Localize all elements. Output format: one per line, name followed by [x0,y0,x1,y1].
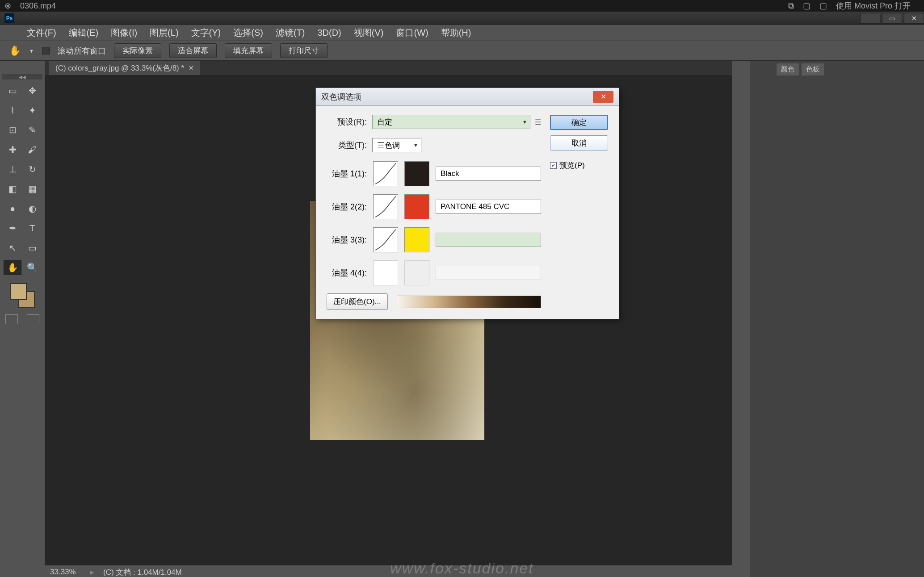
ink-color-swatch [404,260,429,285]
standard-mode-icon[interactable] [5,314,18,324]
tool-palette: ◀◀ ▭✥ ⌇✦ ⊡✎ ✚🖌 ⊥↻ ◧▦ ●◐ ✒T ↖▭ ✋🔍 [0,61,45,577]
marquee-tool[interactable]: ▭ [4,83,21,98]
gradient-preview [397,296,541,308]
cancel-button[interactable]: 取消 [550,135,608,151]
maximize-button[interactable]: ▭ [882,13,902,24]
actual-pixels-button[interactable]: 实际像素 [114,43,161,58]
menu-edit[interactable]: 编辑(E) [69,27,99,39]
gradient-tool[interactable]: ▦ [23,181,41,197]
ink-color-swatch[interactable] [404,227,429,252]
ink-curve-box [373,260,398,285]
dialog-title-label: 双色调选项 [321,92,361,102]
quick-select-tool[interactable]: ✦ [23,103,41,118]
ink-curve-box[interactable] [373,161,398,186]
zoom-field[interactable]: 33.33% [50,568,81,577]
crop-tool[interactable]: ⊡ [4,122,21,138]
shape-tool[interactable]: ▭ [23,240,41,255]
menu-help[interactable]: 帮助(H) [441,27,471,39]
close-button[interactable]: ✕ [904,13,924,24]
win-icon-3[interactable]: ▢ [819,1,827,11]
scroll-all-label: 滚动所有窗口 [58,46,106,56]
doc-info[interactable]: (C) 文档 : 1.04M/1.04M [103,567,182,577]
print-size-button[interactable]: 打印尺寸 [280,43,328,58]
foreground-color-swatch[interactable] [10,283,27,300]
right-panel-area: 颜色 色板 [750,61,924,577]
right-collapse-strip[interactable] [732,61,750,577]
eraser-tool[interactable]: ◧ [4,181,21,197]
overprint-colors-button[interactable]: 压印颜色(O)... [327,293,388,310]
menu-type[interactable]: 文字(Y) [191,27,221,39]
ink-curve-box[interactable] [373,227,398,252]
ink-name-field[interactable]: Black [436,167,541,181]
menu-layer[interactable]: 图层(L) [150,27,178,39]
dialog-titlebar[interactable]: 双色调选项 ✕ [316,88,619,106]
eyedropper-tool[interactable]: ✎ [23,122,41,138]
ink-curve-box[interactable] [373,194,398,219]
document-tab[interactable]: (C) colors_gray.jpg @ 33.3%(灰色/8) * ✕ [49,61,200,75]
ink-row-4: 油墨 4(4): [327,260,541,285]
panel-tab-swatches[interactable]: 色板 [802,63,824,75]
fill-screen-button[interactable]: 填充屏幕 [225,43,272,58]
menu-view[interactable]: 视图(V) [354,27,384,39]
lasso-tool[interactable]: ⌇ [4,103,21,118]
path-select-tool[interactable]: ↖ [4,240,21,255]
ink-row-1: 油墨 1(1):Black [327,161,541,186]
open-with-label[interactable]: 使用 Movist Pro 打开 [836,0,911,11]
fit-screen-button[interactable]: 适合屏幕 [169,43,217,58]
info-arrow-icon[interactable]: ▸ [90,568,94,577]
hand-tool-icon[interactable]: ✋ [9,45,21,57]
menu-select[interactable]: 选择(S) [233,27,263,39]
preset-dropdown[interactable]: 自定 ▼ [372,115,530,129]
menu-file[interactable]: 文件(F) [27,27,56,39]
close-dot[interactable]: ⊗ [4,1,11,11]
menu-3d[interactable]: 3D(D) [317,28,341,38]
options-bar: ✋ ▼ 滚动所有窗口 实际像素 适合屏幕 填充屏幕 打印尺寸 [0,41,924,61]
screen-mode-icon[interactable] [27,314,39,324]
win-icon[interactable]: ⧉ [788,1,794,11]
minimize-button[interactable]: — [860,13,880,24]
preset-value: 自定 [377,117,392,127]
os-titlebar: ⊗ 0306.mp4 ⧉ ▢ ▢ 使用 Movist Pro 打开 [0,0,924,12]
mask-mode-row [5,314,39,324]
heal-tool[interactable]: ✚ [4,142,21,157]
ink-color-swatch[interactable] [404,161,429,186]
preview-label: 预览(P) [559,160,585,171]
menu-window[interactable]: 窗口(W) [396,27,428,39]
brush-tool[interactable]: 🖌 [23,142,41,157]
ink-row-2: 油墨 2(2):PANTONE 485 CVC [327,194,541,219]
type-dropdown[interactable]: 三色调 ▼ [372,138,421,152]
ink-label: 油墨 3(3): [327,234,367,245]
tool-dropdown-icon[interactable]: ▼ [29,48,34,54]
ink-name-field [436,266,541,280]
preview-checkbox[interactable]: ✔ [550,162,557,169]
hand-tool[interactable]: ✋ [4,260,21,275]
win-icon-2[interactable]: ▢ [803,1,811,11]
ink-label: 油墨 4(4): [327,268,367,278]
window-controls: — ▭ ✕ [858,13,924,24]
pen-tool[interactable]: ✒ [4,221,21,236]
zoom-tool[interactable]: 🔍 [23,260,41,275]
type-label: 类型(T): [327,140,367,151]
panel-tab-color[interactable]: 颜色 [777,63,799,75]
ink-name-field[interactable]: PANTONE 485 CVC [436,200,541,214]
duotone-options-dialog: 双色调选项 ✕ 预设(R): 自定 ▼ ☰ 类型(T): 三色调 [315,88,619,319]
blur-tool[interactable]: ● [4,201,21,216]
ink-color-swatch[interactable] [404,194,429,219]
tools-collapse[interactable]: ◀◀ [2,74,42,79]
preset-menu-icon[interactable]: ☰ [535,118,541,126]
ok-button[interactable]: 确定 [550,115,608,130]
type-tool[interactable]: T [23,221,41,236]
document-tab-label: (C) colors_gray.jpg @ 33.3%(灰色/8) * [55,63,184,73]
ink-row-3: 油墨 3(3): [327,227,541,252]
menu-image[interactable]: 图像(I) [111,27,137,39]
history-brush-tool[interactable]: ↻ [23,162,41,177]
scroll-all-checkbox[interactable] [42,47,50,54]
move-tool[interactable]: ✥ [23,83,41,98]
stamp-tool[interactable]: ⊥ [4,162,21,177]
color-swatches[interactable] [10,283,35,308]
dialog-close-button[interactable]: ✕ [593,91,613,103]
close-tab-icon[interactable]: ✕ [189,64,194,71]
ink-name-field[interactable] [436,233,541,247]
dodge-tool[interactable]: ◐ [23,201,41,216]
menu-filter[interactable]: 滤镜(T) [276,27,305,39]
